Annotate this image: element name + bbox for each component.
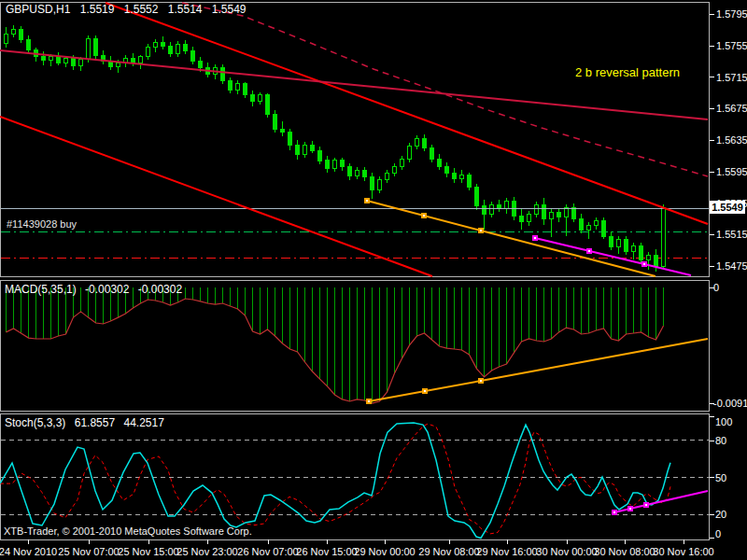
macd-indicator-label: MACD(5,35,1) -0.00302 -0.00302	[5, 283, 188, 296]
candlestick	[595, 217, 599, 231]
chart-header: GBPUSD,H1 1.5519 1.5552 1.5514 1.5549	[6, 3, 253, 16]
candlestick	[259, 92, 262, 105]
crimson-dashed-curve[interactable]	[182, 3, 708, 176]
candlestick	[221, 64, 225, 84]
candlestick	[423, 134, 427, 151]
price-tick-label: 1.5795	[716, 8, 747, 20]
time-axis-label: 29 Nov 00:00	[354, 546, 415, 557]
trendline-handle[interactable]	[366, 399, 372, 404]
current-price-box: 1.5549	[710, 201, 745, 214]
candlestick	[274, 110, 277, 133]
candlestick	[445, 162, 449, 177]
candlestick	[572, 203, 576, 222]
candlestick	[602, 217, 606, 240]
trendline-handle[interactable]	[478, 228, 484, 233]
candlestick	[191, 47, 195, 64]
candlestick	[528, 211, 531, 226]
candlestick	[453, 168, 457, 182]
time-axis-label: 30 Nov 00:00	[536, 546, 597, 557]
time-axis-label: 30 Nov 08:00	[594, 546, 655, 557]
candlestick	[460, 170, 464, 183]
time-axis-label: 30 Nov 16:00	[653, 546, 713, 557]
ohlc-high: 1.5552	[124, 3, 159, 16]
candlestick	[640, 243, 643, 265]
ohlc-close: 1.5549	[212, 3, 247, 16]
candlestick	[139, 55, 143, 69]
price-tick-label: 1.5515	[716, 229, 747, 240]
candlestick	[318, 147, 322, 164]
macd-scale-label: 0	[713, 282, 719, 293]
trendline-handle[interactable]	[422, 388, 428, 394]
candlestick	[438, 154, 442, 170]
stoch-scale-label: 0	[715, 528, 721, 539]
candlestick	[617, 236, 621, 254]
candlestick	[57, 52, 61, 65]
candlestick	[632, 243, 636, 260]
candlestick	[176, 41, 180, 57]
trendline-handle[interactable]	[641, 261, 647, 267]
trendline-handle[interactable]	[612, 510, 617, 515]
candlestick	[341, 158, 345, 171]
stoch-d-line	[0, 424, 670, 534]
trendline-handle[interactable]	[421, 213, 427, 218]
stoch-k-line	[0, 423, 670, 538]
stoch-scale-label: 100	[715, 416, 732, 427]
candlestick	[647, 252, 651, 270]
chart-annotation-text[interactable]: 2 b reversal pattern	[575, 65, 680, 79]
orange-macd-trendline[interactable]	[369, 339, 708, 401]
copyright-label: XTB-Trader, © 2001-2010 MetaQuotes Softw…	[4, 525, 252, 537]
candlestick	[12, 25, 16, 38]
candlestick	[348, 163, 352, 180]
price-tick-label: 1.5595	[716, 166, 747, 177]
candlestick	[42, 51, 46, 65]
candlestick	[281, 121, 285, 136]
candlestick	[550, 209, 554, 237]
ohlc-open: 1.5519	[80, 3, 115, 16]
stoch-value-k: 61.8557	[75, 416, 115, 429]
candlestick	[333, 158, 337, 172]
candlestick	[154, 39, 158, 52]
price-tick-label: 1.5755	[716, 40, 747, 51]
stoch-scale-label: 50	[715, 472, 726, 483]
support-trendline-steep[interactable]	[0, 117, 432, 276]
resistance-trendline-upper[interactable]	[106, 3, 708, 224]
candlestick	[296, 140, 300, 160]
candlestick	[498, 200, 501, 212]
time-axis-label: 26 Nov 15:00	[296, 546, 357, 557]
mt4-chart-window: 1.57951.57551.57151.56751.56351.55951.55…	[0, 0, 747, 560]
time-axis-label: 24 Nov 2010	[0, 546, 57, 557]
trendline-handle[interactable]	[478, 378, 484, 384]
trendline-handle[interactable]	[627, 506, 633, 511]
candlestick	[326, 156, 330, 173]
candlestick	[386, 170, 389, 183]
macd-panel[interactable]	[1, 281, 710, 412]
macd-scale-label: -0.00913	[713, 398, 747, 409]
candlestick	[587, 222, 591, 239]
candlestick	[244, 82, 247, 99]
stoch-scale-label: 20	[715, 509, 726, 520]
price-tick-label: 1.5715	[716, 72, 747, 83]
symbol-period-label: GBPUSD,H1	[6, 3, 70, 16]
time-axis-label: 29 Nov 16:00	[476, 546, 537, 557]
candlestick	[625, 236, 628, 255]
candlestick	[483, 200, 486, 230]
trendline-handle[interactable]	[532, 235, 538, 241]
ohlc-low: 1.5514	[168, 3, 203, 16]
trendline-handle[interactable]	[586, 248, 592, 254]
candlestick	[475, 184, 479, 210]
macd-name: MACD(5,35,1)	[5, 283, 77, 296]
candlestick	[430, 145, 434, 162]
stoch-indicator-label: Stoch(5,3,3) 61.8557 44.2517	[5, 416, 170, 429]
candlestick	[102, 50, 106, 64]
stoch-value-d: 44.2517	[123, 416, 163, 429]
chart-canvas[interactable]: 1.57951.57551.57151.56751.56351.55951.55…	[0, 0, 747, 560]
trendline-handle[interactable]	[643, 502, 649, 508]
price-tick-label: 1.5675	[716, 103, 747, 114]
price-tick-label: 1.5635	[716, 134, 747, 146]
candlestick	[109, 56, 113, 70]
candlestick	[662, 204, 666, 268]
candlestick	[401, 156, 404, 170]
candlestick	[408, 143, 412, 161]
time-axis-label: 25 Nov 15:00	[118, 546, 178, 557]
trendline-handle[interactable]	[364, 198, 370, 203]
